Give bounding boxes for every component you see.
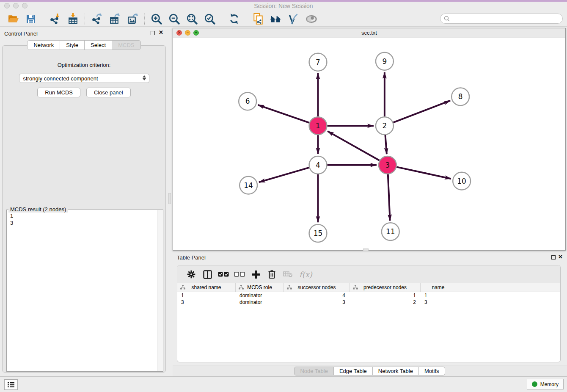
control-panel: Control Panel ✕ NetworkStyleSelectMCDS O… <box>0 26 168 376</box>
import-table-icon[interactable] <box>66 13 79 25</box>
tab-style[interactable]: Style <box>60 40 85 50</box>
control-panel-tabs: NetworkStyleSelectMCDS <box>0 40 168 50</box>
svg-text:9: 9 <box>382 57 387 66</box>
show-all-icon[interactable] <box>270 13 282 25</box>
node-10[interactable]: 10 <box>453 172 471 190</box>
open-session-icon[interactable] <box>7 13 19 25</box>
status-bar: Memory <box>0 376 567 392</box>
node-table-area: f(x) shared nameMCDS rolesuccessor nodes… <box>177 265 561 362</box>
save-session-icon[interactable] <box>25 13 37 25</box>
table-tab-node-table[interactable]: Node Table <box>294 367 334 375</box>
toolbar-separator <box>246 14 246 25</box>
edge-2-8[interactable] <box>393 101 450 123</box>
column-header-name[interactable]: name <box>421 283 456 292</box>
edge-3-11[interactable] <box>388 174 390 221</box>
column-header-label: shared name <box>191 284 221 290</box>
tab-mcds[interactable]: MCDS <box>112 40 140 50</box>
export-table-icon[interactable] <box>108 13 121 25</box>
node-14[interactable]: 14 <box>239 177 257 194</box>
edge-1-6[interactable] <box>258 105 309 123</box>
network-canvas[interactable]: 7968124314101511 <box>173 38 565 250</box>
cell-shared-name[interactable]: 3 <box>177 299 236 305</box>
cell-mcds-role[interactable]: dominator <box>236 299 284 305</box>
network-window-titlebar[interactable]: ✕ − + scc.txt <box>173 28 565 38</box>
column-layout-icon[interactable] <box>202 269 213 280</box>
network-graph: 7968124314101511 <box>173 38 565 250</box>
export-network-icon[interactable] <box>91 13 103 25</box>
table-panel-title: Table Panel <box>177 254 206 261</box>
deselect-all-icon[interactable] <box>234 269 245 280</box>
node-15[interactable]: 15 <box>309 224 327 242</box>
table-close-panel-icon[interactable]: ✕ <box>558 254 563 260</box>
cell-successor-nodes[interactable]: 4 <box>284 293 350 298</box>
attribute-type-icon <box>239 285 244 290</box>
zoom-fit-icon[interactable] <box>186 13 198 25</box>
panel-divider-grip[interactable] <box>168 193 171 204</box>
zoom-in-icon[interactable] <box>150 13 163 25</box>
show-hide-panel-icon[interactable] <box>305 13 318 25</box>
zoom-selected-icon[interactable] <box>204 13 216 25</box>
table-float-panel-icon[interactable] <box>551 255 556 259</box>
table-options-icon[interactable] <box>186 269 197 280</box>
search-box[interactable] <box>440 14 563 24</box>
close-panel-icon[interactable]: ✕ <box>159 30 163 36</box>
column-header-mcds-role[interactable]: MCDS role <box>236 283 284 292</box>
tab-select[interactable]: Select <box>84 40 112 50</box>
node-8[interactable]: 8 <box>451 88 469 106</box>
table-toolbar: f(x) <box>177 265 560 283</box>
add-column-icon[interactable] <box>250 269 261 280</box>
svg-text:4: 4 <box>316 161 320 169</box>
edge-4-14[interactable] <box>259 168 309 182</box>
edge-3-10[interactable] <box>396 167 451 179</box>
column-header-shared-name[interactable]: shared name <box>177 283 236 292</box>
cell-predecessor-nodes[interactable]: 2 <box>350 299 421 305</box>
table-row[interactable]: 3dominator323 <box>177 299 560 306</box>
tab-network[interactable]: Network <box>27 40 60 50</box>
run-mcds-button[interactable]: Run MCDS <box>37 88 80 97</box>
zoom-out-icon[interactable] <box>168 13 181 25</box>
edge-2-3[interactable] <box>385 135 386 154</box>
cell-mcds-role[interactable]: dominator <box>236 293 284 298</box>
table-row[interactable]: 1dominator411 <box>177 292 560 299</box>
horizontal-divider-grip[interactable] <box>363 248 369 251</box>
edge-3-1[interactable] <box>328 131 380 160</box>
node-1[interactable]: 1 <box>309 117 327 135</box>
cell-name[interactable]: 3 <box>421 299 456 305</box>
close-panel-button[interactable]: Close panel <box>86 88 131 97</box>
cell-name[interactable]: 1 <box>421 293 456 298</box>
column-header-label: MCDS role <box>247 284 272 290</box>
apply-layout-icon[interactable] <box>228 13 240 25</box>
node-11[interactable]: 11 <box>382 223 399 240</box>
delete-column-icon[interactable] <box>266 269 277 280</box>
select-all-icon[interactable] <box>218 269 229 280</box>
cell-shared-name[interactable]: 1 <box>177 293 236 298</box>
new-network-icon[interactable] <box>252 13 264 25</box>
node-7[interactable]: 7 <box>309 53 327 71</box>
node-3[interactable]: 3 <box>379 156 396 174</box>
task-history-button[interactable] <box>4 379 18 390</box>
import-network-icon[interactable] <box>49 13 61 25</box>
memory-button-label: Memory <box>540 381 559 387</box>
toolbar-separator <box>43 14 43 25</box>
float-panel-icon[interactable] <box>151 31 155 35</box>
mcds-result-scrollbar[interactable] <box>157 210 163 371</box>
column-header-label: name <box>432 284 444 290</box>
node-9[interactable]: 9 <box>376 52 394 70</box>
table-tab-edge-table[interactable]: Edge Table <box>333 367 373 375</box>
memory-button[interactable]: Memory <box>527 379 564 389</box>
table-panel: Table Panel ✕ <box>173 252 567 377</box>
optimization-select[interactable]: strongly connected component <box>19 74 149 83</box>
search-input[interactable] <box>452 15 559 22</box>
cell-successor-nodes[interactable]: 3 <box>284 299 350 305</box>
export-image-icon[interactable] <box>126 13 139 25</box>
cell-predecessor-nodes[interactable]: 1 <box>350 293 421 298</box>
column-header-successor-nodes[interactable]: successor nodes <box>284 283 350 292</box>
column-header-predecessor-nodes[interactable]: predecessor nodes <box>350 283 421 292</box>
node-4[interactable]: 4 <box>309 156 327 174</box>
toolbar-separator <box>222 14 222 25</box>
node-6[interactable]: 6 <box>239 92 256 110</box>
node-2[interactable]: 2 <box>376 117 394 135</box>
hide-selected-icon[interactable] <box>287 13 300 25</box>
table-tab-network-table[interactable]: Network Table <box>372 367 419 375</box>
table-tab-motifs[interactable]: Motifs <box>418 367 445 375</box>
